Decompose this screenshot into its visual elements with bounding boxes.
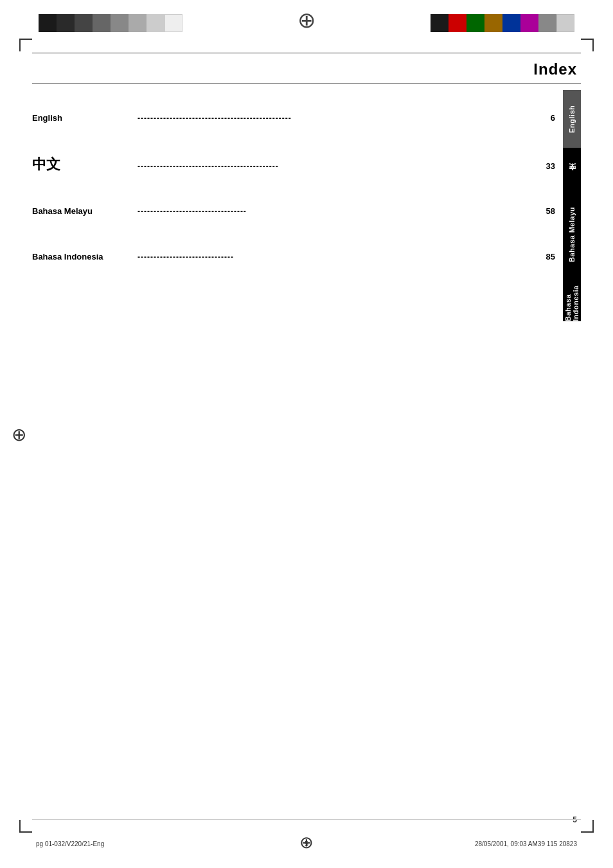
entry-label-english: English <box>32 113 135 123</box>
right-color-strip <box>431 14 574 32</box>
side-tab-malay[interactable]: Bahasa Melayu <box>563 206 581 263</box>
side-tab-english[interactable]: English <box>563 90 581 148</box>
corner-mark-tl <box>19 39 32 51</box>
page-title: Index <box>533 60 577 78</box>
footer-left: pg 01-032/V220/21-Eng <box>36 840 104 847</box>
entry-dots-chinese: ----------------------------------------… <box>135 162 544 171</box>
index-entry-chinese: 中文 -------------------------------------… <box>32 141 555 188</box>
index-entry-english: English --------------------------------… <box>32 95 555 141</box>
entry-label-malay: Bahasa Melayu <box>32 206 135 216</box>
side-tab-indonesia[interactable]: Bahasa Indonesia <box>563 263 581 321</box>
footer-right: 28/05/2001, 09:03 AM39 115 20823 <box>475 840 577 847</box>
left-color-strip <box>39 14 182 32</box>
index-entries: English --------------------------------… <box>32 95 555 279</box>
entry-dots-english: ----------------------------------------… <box>135 114 548 123</box>
entry-page-indonesia: 85 <box>546 252 555 261</box>
title-rule <box>32 84 581 84</box>
corner-mark-tr <box>581 39 594 51</box>
entry-page-chinese: 33 <box>546 161 555 171</box>
entry-dots-indonesia: ------------------------------ <box>135 252 544 261</box>
entry-page-malay: 58 <box>546 206 555 216</box>
top-rule <box>32 53 581 53</box>
entry-dots-malay: ---------------------------------- <box>135 207 544 216</box>
footer-center: 5 <box>305 840 308 847</box>
entry-page-english: 6 <box>551 113 555 123</box>
side-tab-chinese[interactable]: 中文 <box>563 148 581 206</box>
index-entry-indonesia: Bahasa Indonesia -----------------------… <box>32 234 555 279</box>
index-entry-malay: Bahasa Melayu --------------------------… <box>32 188 555 234</box>
corner-mark-br <box>581 820 594 833</box>
left-crosshair: ⊕ <box>12 423 26 445</box>
entry-label-indonesia: Bahasa Indonesia <box>32 252 135 261</box>
page-number: 5 <box>573 815 577 824</box>
corner-mark-bl <box>19 820 32 833</box>
top-crosshair: ⊕ <box>298 9 315 31</box>
side-tabs: English 中文 Bahasa Melayu Bahasa Indonesi… <box>563 90 581 321</box>
entry-label-chinese: 中文 <box>32 155 135 174</box>
bottom-rule <box>32 819 581 820</box>
